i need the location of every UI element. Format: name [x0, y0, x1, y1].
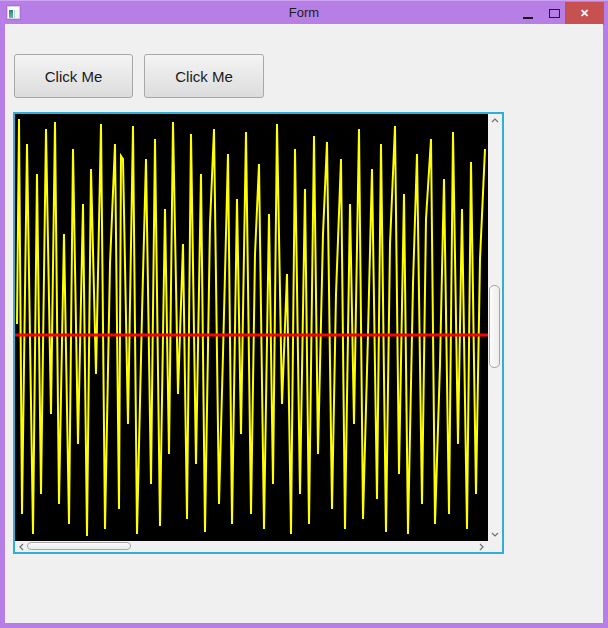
waveform-svg — [15, 114, 488, 541]
chevron-right-icon — [479, 543, 484, 551]
application-window: Form ✕ Click Me Click Me — [0, 0, 608, 628]
horizontal-scrollbar[interactable] — [15, 541, 488, 552]
close-button[interactable]: ✕ — [565, 2, 604, 25]
vertical-scrollbar[interactable] — [488, 114, 502, 541]
scroll-area-frame — [13, 112, 504, 554]
chevron-down-icon — [491, 532, 499, 537]
chevron-up-icon — [491, 118, 499, 123]
maximize-button[interactable] — [543, 1, 565, 25]
click-me-button-1[interactable]: Click Me — [14, 54, 133, 98]
click-me-button-2[interactable]: Click Me — [144, 54, 264, 98]
minimize-button[interactable] — [513, 1, 543, 25]
scroll-up-button[interactable] — [488, 114, 502, 127]
scroll-down-button[interactable] — [488, 528, 502, 541]
vertical-scrollbar-thumb[interactable] — [489, 285, 500, 368]
scroll-right-button[interactable] — [475, 541, 488, 552]
scrollbar-corner — [488, 541, 502, 552]
minimize-icon — [523, 17, 533, 19]
drawing-canvas[interactable] — [15, 114, 488, 541]
horizontal-scrollbar-thumb[interactable] — [27, 542, 131, 550]
maximize-icon — [549, 9, 560, 18]
titlebar[interactable]: Form ✕ — [0, 0, 608, 24]
close-icon: ✕ — [580, 7, 589, 20]
chevron-left-icon — [19, 543, 24, 551]
waveform-polyline — [17, 119, 485, 536]
